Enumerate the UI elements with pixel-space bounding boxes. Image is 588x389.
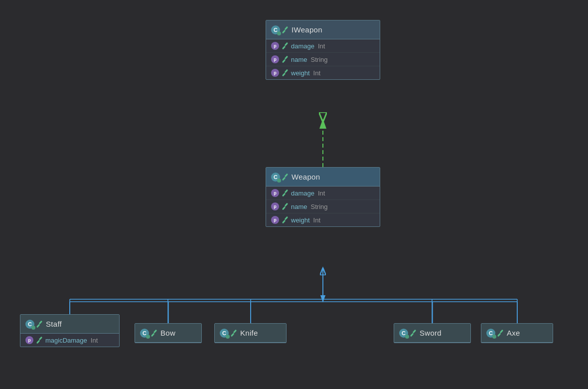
staff-magicdamage-name: magicDamage: [45, 337, 87, 344]
knife-link-icon: [230, 330, 237, 337]
bow-header-icons: C: [140, 329, 157, 338]
iweapon-damage-p-icon: p: [271, 42, 279, 50]
weapon-weight-link-icon: [282, 216, 289, 223]
weapon-header-icons: C: [271, 173, 289, 182]
axe-node[interactable]: C Axe: [481, 323, 553, 343]
iweapon-node[interactable]: C IWeapon p damage: [266, 20, 380, 80]
bow-link-icon: [150, 330, 157, 337]
weapon-title: Weapon: [292, 173, 320, 181]
weapon-damage-name: damage: [291, 190, 314, 197]
staff-header: C Staff: [20, 315, 119, 334]
iweapon-title: IWeapon: [292, 25, 322, 34]
weapon-weight-p-icon: p: [271, 216, 279, 224]
axe-class-icon: C: [486, 329, 495, 338]
iweapon-weight-p-icon: p: [271, 69, 279, 77]
iweapon-class-icon: C: [271, 25, 280, 34]
weapon-damage-p-icon: p: [271, 189, 279, 197]
iweapon-damage-link-icon: [282, 42, 289, 49]
staff-class-icon: C: [25, 320, 34, 329]
sword-link-icon: [410, 330, 417, 337]
sword-class-icon: C: [399, 329, 408, 338]
weapon-weight-name: weight: [291, 216, 310, 224]
staff-magicdamage-p-icon: p: [25, 336, 33, 344]
axe-header-icons: C: [486, 329, 504, 338]
iweapon-damage-name: damage: [291, 42, 314, 50]
iweapon-header-icons: C: [271, 25, 289, 34]
iweapon-damage-type: Int: [318, 42, 325, 50]
staff-magicdamage-link-icon: [36, 337, 43, 344]
weapon-name-p-icon: p: [271, 202, 279, 210]
knife-node[interactable]: C Knife: [214, 323, 287, 343]
weapon-node[interactable]: C Weapon p damage: [266, 167, 380, 227]
weapon-name-link-icon: [282, 203, 289, 210]
knife-title: Knife: [240, 329, 258, 337]
iweapon-name-p-icon: p: [271, 55, 279, 63]
iweapon-name-link-icon: [282, 56, 289, 63]
staff-field-magicdamage: p magicDamage Int: [20, 334, 119, 347]
bow-title: Bow: [160, 329, 175, 337]
iweapon-field-weight: p weight Int: [266, 66, 380, 79]
knife-class-icon: C: [220, 329, 229, 338]
weapon-link-icon: [282, 174, 289, 181]
weapon-field-damage: p damage Int: [266, 187, 380, 200]
iweapon-nameField-type: String: [311, 56, 328, 63]
sword-header: C Sword: [394, 324, 470, 343]
weapon-field-name: p name String: [266, 200, 380, 213]
iweapon-link-icon: [282, 26, 289, 33]
bow-class-icon: C: [140, 329, 149, 338]
sword-node[interactable]: C Sword: [394, 323, 471, 343]
weapon-nameField-name: name: [291, 203, 307, 210]
bow-node[interactable]: C Bow: [135, 323, 202, 343]
iweapon-nameField-name: name: [291, 56, 307, 63]
diagram-canvas: C IWeapon p damage: [0, 0, 588, 389]
iweapon-weight-link-icon: [282, 69, 289, 76]
axe-header: C Axe: [481, 324, 553, 343]
knife-header: C Knife: [215, 324, 286, 343]
weapon-damage-link-icon: [282, 190, 289, 196]
bow-header: C Bow: [135, 324, 201, 343]
sword-header-icons: C: [399, 329, 417, 338]
weapon-class-icon: C: [271, 173, 280, 182]
iweapon-weight-name: weight: [291, 69, 310, 77]
iweapon-weight-type: Int: [313, 69, 320, 77]
weapon-field-weight: p weight Int: [266, 213, 380, 226]
staff-link-icon: [36, 321, 43, 328]
iweapon-field-damage: p damage Int: [266, 39, 380, 53]
staff-node[interactable]: C Staff p magicDamage: [20, 314, 120, 347]
staff-title: Staff: [46, 320, 62, 328]
knife-header-icons: C: [220, 329, 237, 338]
axe-link-icon: [497, 330, 504, 337]
iweapon-header: C IWeapon: [266, 20, 380, 39]
weapon-nameField-type: String: [311, 203, 328, 210]
weapon-header: C Weapon: [266, 168, 380, 187]
weapon-damage-type: Int: [318, 190, 325, 197]
weapon-weight-type: Int: [313, 216, 320, 224]
sword-title: Sword: [420, 329, 441, 337]
staff-magicdamage-type: Int: [91, 337, 98, 344]
iweapon-field-name: p name String: [266, 53, 380, 66]
axe-title: Axe: [507, 329, 520, 337]
staff-header-icons: C: [25, 320, 43, 329]
